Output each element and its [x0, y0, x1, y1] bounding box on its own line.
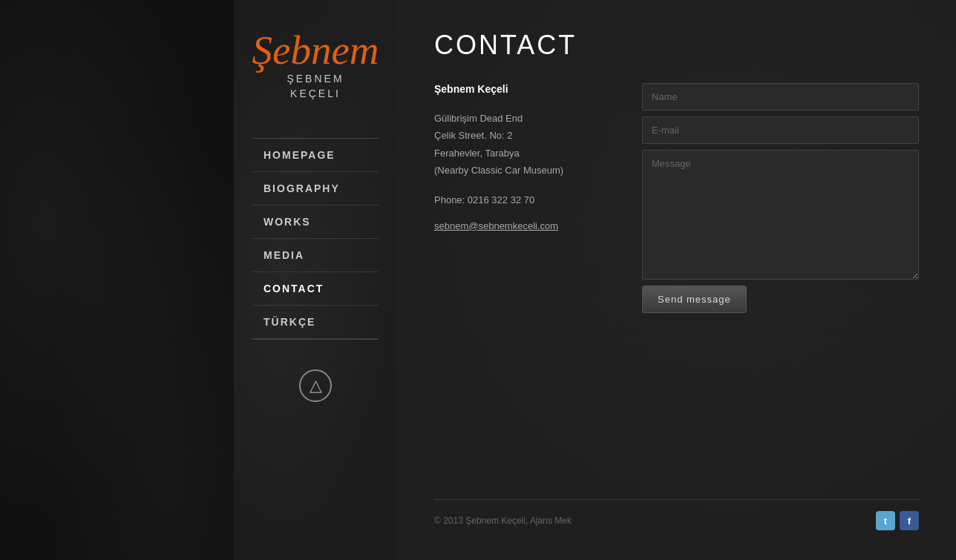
logo-name: Şebnem Keçeli: [252, 72, 379, 101]
social-icons: t f: [876, 511, 919, 530]
compass-icon[interactable]: △: [299, 369, 332, 402]
address-line3: Ferahevler, Tarabya: [434, 148, 520, 159]
message-textarea[interactable]: [642, 150, 919, 280]
nav-item-contact[interactable]: CONTACT: [252, 272, 379, 306]
footer-copyright: © 2013 Şebnem Keçeli, Ajans Mek: [434, 515, 572, 526]
divider-bottom: [252, 339, 379, 340]
facebook-icon[interactable]: f: [900, 511, 919, 530]
logo-area: Şebnem Şebnem Keçeli: [252, 30, 379, 101]
address-line2: Çelik Street. No: 2: [434, 130, 513, 141]
contact-info: Şebnem Keçeli Gülibrişim Dead End Çelik …: [434, 83, 612, 477]
contact-form: Send message: [642, 83, 919, 477]
twitter-icon[interactable]: t: [876, 511, 895, 530]
contact-layout: Şebnem Keçeli Gülibrişim Dead End Çelik …: [434, 83, 919, 477]
nav-item-turkce[interactable]: TÜRKÇE: [252, 306, 379, 339]
contact-email[interactable]: sebnem@sebnemkeceli.com: [434, 220, 612, 231]
logo-script: Şebnem: [252, 30, 379, 70]
footer: © 2013 Şebnem Keçeli, Ajans Mek t f: [434, 499, 919, 530]
nav: HOMEPAGE BIOGRAPHY WORKS MEDIA CONTACT T…: [234, 138, 397, 340]
nav-item-media[interactable]: MEDIA: [252, 239, 379, 272]
left-panel: [0, 0, 234, 560]
nav-item-biography[interactable]: BIOGRAPHY: [252, 172, 379, 205]
contact-name: Şebnem Keçeli: [434, 83, 612, 95]
main-content: CONTACT Şebnem Keçeli Gülibrişim Dead En…: [397, 0, 956, 560]
nav-item-works[interactable]: WORKS: [252, 205, 379, 239]
address-line4: (Nearby Classic Car Museum): [434, 165, 563, 176]
contact-address: Gülibrişim Dead End Çelik Street. No: 2 …: [434, 110, 612, 179]
contact-phone: Phone: 0216 322 32 70: [434, 194, 612, 205]
nav-item-homepage[interactable]: HOMEPAGE: [252, 139, 379, 172]
name-input[interactable]: [642, 83, 919, 111]
address-line1: Gülibrişim Dead End: [434, 113, 523, 124]
page-title: CONTACT: [434, 30, 919, 61]
sidebar: Şebnem Şebnem Keçeli HOMEPAGE BIOGRAPHY …: [234, 0, 397, 560]
email-input[interactable]: [642, 116, 919, 144]
send-button[interactable]: Send message: [642, 286, 747, 313]
